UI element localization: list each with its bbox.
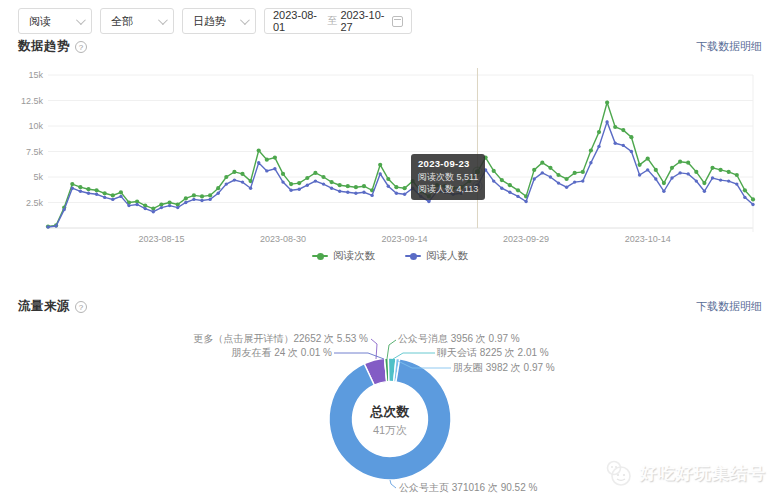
data-point[interactable] <box>629 135 633 139</box>
data-point[interactable] <box>492 179 495 182</box>
data-point[interactable] <box>208 193 212 197</box>
data-point[interactable] <box>379 172 382 175</box>
data-point[interactable] <box>638 173 641 176</box>
data-point[interactable] <box>727 179 730 182</box>
data-point[interactable] <box>217 192 220 195</box>
data-point[interactable] <box>605 100 609 104</box>
data-point[interactable] <box>589 161 592 164</box>
data-point[interactable] <box>719 168 723 172</box>
data-point[interactable] <box>306 184 309 187</box>
data-point[interactable] <box>362 191 365 194</box>
data-point[interactable] <box>427 194 431 198</box>
data-point[interactable] <box>638 163 642 167</box>
data-point[interactable] <box>330 180 334 184</box>
data-point[interactable] <box>411 179 415 183</box>
data-point[interactable] <box>751 203 754 206</box>
data-point[interactable] <box>500 187 503 190</box>
data-point[interactable] <box>443 191 446 194</box>
data-point[interactable] <box>338 183 342 187</box>
data-point[interactable] <box>541 171 544 174</box>
metric-select[interactable]: 阅读 <box>18 8 92 34</box>
data-point[interactable] <box>605 120 608 123</box>
data-point[interactable] <box>411 187 414 190</box>
data-point[interactable] <box>694 170 698 174</box>
data-point[interactable] <box>314 179 317 182</box>
legend-item[interactable]: 阅读次数 <box>312 249 375 263</box>
data-point[interactable] <box>111 198 114 201</box>
data-point[interactable] <box>87 192 90 195</box>
data-point[interactable] <box>386 177 390 181</box>
data-point[interactable] <box>735 173 739 177</box>
data-point[interactable] <box>192 198 195 201</box>
data-point[interactable] <box>516 188 520 192</box>
data-point[interactable] <box>403 186 407 190</box>
data-point[interactable] <box>695 179 698 182</box>
data-point[interactable] <box>573 171 577 175</box>
data-point[interactable] <box>273 167 276 170</box>
data-point[interactable] <box>103 191 107 195</box>
data-point[interactable] <box>346 184 350 188</box>
data-point[interactable] <box>622 144 625 147</box>
data-point[interactable] <box>387 185 390 188</box>
data-point[interactable] <box>613 125 617 129</box>
data-point[interactable] <box>549 175 552 178</box>
data-point[interactable] <box>313 171 317 175</box>
data-point[interactable] <box>556 173 560 177</box>
data-point[interactable] <box>394 185 398 189</box>
data-point[interactable] <box>257 148 261 152</box>
data-point[interactable] <box>548 166 552 170</box>
data-point[interactable] <box>224 175 228 179</box>
data-point[interactable] <box>184 201 187 204</box>
data-point[interactable] <box>524 200 527 203</box>
data-point[interactable] <box>581 170 585 174</box>
data-point[interactable] <box>330 187 333 190</box>
data-point[interactable] <box>614 142 617 145</box>
data-point[interactable] <box>719 178 722 181</box>
help-icon[interactable]: ? <box>75 301 87 313</box>
data-point[interactable] <box>232 170 236 174</box>
data-point[interactable] <box>160 206 163 209</box>
data-point[interactable] <box>435 183 439 187</box>
data-point[interactable] <box>225 182 228 185</box>
data-point[interactable] <box>46 225 49 228</box>
data-point[interactable] <box>662 190 665 193</box>
data-point[interactable] <box>208 198 211 201</box>
data-point[interactable] <box>662 181 666 185</box>
data-point[interactable] <box>735 182 738 185</box>
granularity-select[interactable]: 日趋势 <box>182 8 256 34</box>
data-point[interactable] <box>184 196 188 200</box>
data-point[interactable] <box>257 161 260 164</box>
data-point[interactable] <box>646 168 649 171</box>
data-point[interactable] <box>702 181 706 185</box>
data-point[interactable] <box>459 185 463 189</box>
data-point[interactable] <box>322 182 325 185</box>
data-point[interactable] <box>305 176 309 180</box>
trend-download-link[interactable]: 下载数据明细 <box>696 39 762 54</box>
data-point[interactable] <box>743 188 747 192</box>
data-point[interactable] <box>289 182 293 186</box>
trend-chart[interactable]: 2.5k5k7.5k10k12.5k15k2023-08-152023-08-3… <box>0 60 780 250</box>
data-point[interactable] <box>711 176 714 179</box>
data-point[interactable] <box>727 170 731 174</box>
data-point[interactable] <box>557 181 560 184</box>
data-point[interactable] <box>54 224 57 227</box>
data-point[interactable] <box>621 128 625 132</box>
data-point[interactable] <box>135 203 138 206</box>
data-point[interactable] <box>435 190 438 193</box>
data-point[interactable] <box>508 191 511 194</box>
legend-item[interactable]: 阅读人数 <box>405 249 468 263</box>
data-point[interactable] <box>452 193 455 196</box>
help-icon[interactable]: ? <box>75 41 87 53</box>
source-download-link[interactable]: 下载数据明细 <box>696 299 762 314</box>
data-point[interactable] <box>581 179 584 182</box>
data-point[interactable] <box>654 168 658 172</box>
scope-select[interactable]: 全部 <box>100 8 174 34</box>
data-point[interactable] <box>565 177 569 181</box>
data-point[interactable] <box>484 156 488 160</box>
data-point[interactable] <box>743 196 746 199</box>
data-point[interactable] <box>103 196 106 199</box>
data-point[interactable] <box>646 157 650 161</box>
data-point[interactable] <box>298 188 301 191</box>
data-point[interactable] <box>508 183 512 187</box>
data-point[interactable] <box>216 186 220 190</box>
